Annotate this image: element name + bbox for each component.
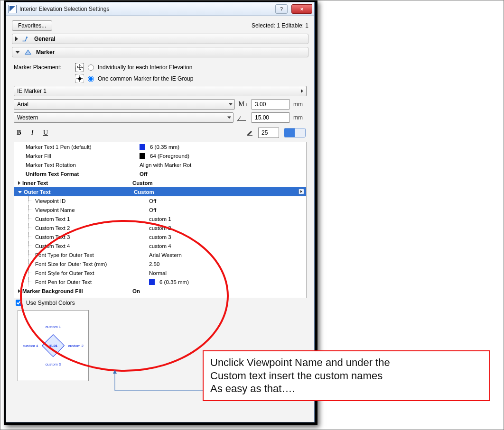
selection-status: Selected: 1 Editable: 1 — [252, 22, 308, 29]
tree-row-bg-fill[interactable]: Marker Background Fill On — [14, 286, 306, 295]
font-family-value: Arial — [17, 101, 28, 108]
chevron-down-icon — [229, 103, 233, 106]
bold-button[interactable]: B — [15, 129, 23, 137]
underline-button[interactable]: U — [41, 129, 50, 137]
tree-row-inner-text[interactable]: Inner Text Custom — [14, 178, 306, 187]
tree-row[interactable]: Viewpoint NameOff — [14, 205, 306, 214]
expand-icon — [18, 181, 20, 185]
row-details-button[interactable] — [299, 189, 304, 194]
tree-row[interactable]: Marker Fill 64 (Foreground) — [14, 151, 306, 160]
preview-label-right: custom 2 — [68, 344, 84, 348]
annotation-callout: Unclick Viewpoint Name and under the Cus… — [203, 350, 490, 401]
color-swatch — [140, 144, 145, 150]
tree-row[interactable]: Custom Text 3custom 3 — [14, 232, 306, 241]
use-symbol-colors-label: Use Symbol Colors — [26, 300, 75, 306]
preview-label-top: custom 1 — [46, 325, 61, 329]
marker-preview: IE-01 custom 1 custom 2 custom 3 custom … — [18, 310, 89, 381]
marker-type-value: IE Marker 1 — [17, 88, 47, 94]
help-button[interactable]: ? — [275, 4, 288, 14]
chevron-right-icon — [301, 89, 303, 93]
font-script-dropdown[interactable]: Western — [14, 112, 233, 123]
panel-marker-label: Marker — [36, 49, 55, 55]
unit-mm-2: mm — [293, 114, 307, 121]
tree-row-outer-text[interactable]: Outer Text Custom — [14, 187, 306, 196]
unit-mm-1: mm — [293, 101, 307, 108]
placement-individual-icon — [75, 63, 84, 72]
svg-rect-1 — [247, 135, 252, 136]
tree-label: Marker Fill — [26, 153, 140, 159]
tree-row[interactable]: Font Size for Outer Text (mm)2.50 — [14, 259, 306, 268]
tree-row[interactable]: Marker Text Rotation Align with Marker R… — [14, 160, 306, 169]
callout-line: Unclick Viewpoint Name and under the — [210, 356, 483, 369]
preview-label-bottom: custom 3 — [46, 362, 61, 366]
use-symbol-colors-checkbox[interactable]: Use Symbol Colors — [14, 298, 307, 307]
callout-line: Custom text insert the custom names — [210, 369, 483, 383]
marker-parameter-tree[interactable]: Marker Text 1 Pen (default) 6 (0.35 mm) … — [14, 142, 307, 298]
pen-color-toggle[interactable] — [284, 128, 306, 137]
tree-label: Outer Text — [24, 189, 134, 195]
tree-row[interactable]: Font Pen for Outer Text6 (0.35 mm) — [14, 277, 306, 286]
favorites-button[interactable]: Favorites... — [12, 20, 52, 31]
pen-icon — [246, 128, 253, 137]
window-title: Interior Elevation Selection Settings — [19, 6, 271, 12]
preview-label-left: custom 4 — [23, 344, 38, 348]
font-family-dropdown[interactable]: Arial — [14, 99, 235, 110]
close-button[interactable]: × — [291, 4, 312, 14]
tree-label: Marker Text Rotation — [26, 162, 140, 168]
collapse-icon — [15, 51, 20, 54]
tree-label: Marker Background Fill — [22, 288, 132, 294]
tree-row[interactable]: Font Style for Outer TextNormal — [14, 268, 306, 277]
document-canvas: Interior Elevation Selection Settings ? … — [0, 0, 504, 430]
panel-general-label: General — [34, 36, 56, 42]
expand-icon — [18, 289, 20, 293]
tree-row[interactable]: Font Type for Outer TextArial Western — [14, 250, 306, 259]
use-symbol-colors-input[interactable] — [16, 300, 22, 306]
panel-marker[interactable]: Marker — [12, 47, 308, 57]
marker-size-icon — [237, 114, 248, 121]
tree-label: Marker Text 1 Pen (default) — [26, 144, 140, 150]
placement-common-radio[interactable] — [88, 76, 94, 82]
pen-number-input[interactable] — [258, 128, 279, 138]
marker-type-dropdown[interactable]: IE Marker 1 — [14, 86, 307, 96]
svg-rect-0 — [78, 77, 82, 81]
font-script-value: Western — [17, 114, 38, 121]
marker-panel-body: Marker Placement: Individually for each … — [12, 60, 308, 383]
placement-individual-radio[interactable] — [88, 64, 94, 71]
tree-row[interactable]: Custom Text 1custom 1 — [14, 214, 306, 223]
marker-icon — [24, 49, 32, 55]
titlebar[interactable]: Interior Elevation Selection Settings ? … — [6, 2, 314, 16]
tree-row[interactable]: Custom Text 4custom 4 — [14, 241, 306, 250]
tree-row[interactable]: Uniform Text Format Off — [14, 169, 306, 178]
tree-row[interactable]: Marker Text 1 Pen (default) 6 (0.35 mm) — [14, 142, 306, 151]
app-icon — [8, 5, 17, 13]
chevron-down-icon — [227, 117, 231, 119]
color-swatch — [140, 153, 145, 159]
placement-label: Marker Placement: — [14, 63, 71, 71]
color-swatch — [149, 279, 155, 285]
tree-row[interactable]: Viewpoint IDOff — [14, 196, 306, 205]
marker-size-input[interactable] — [252, 112, 289, 123]
expand-icon — [15, 37, 18, 41]
placement-common-label: One common Marker for the IE Group — [98, 75, 193, 82]
collapse-icon — [18, 191, 22, 193]
placement-individual-label: Individually for each Interior Elevation — [98, 64, 192, 71]
panel-general[interactable]: General — [12, 34, 308, 44]
text-height-icon: M↕ — [239, 101, 248, 108]
callout-line: As easy as that…. — [210, 382, 483, 395]
general-icon — [22, 36, 30, 42]
tree-label: Uniform Text Format — [26, 171, 140, 177]
text-height-input[interactable] — [252, 99, 289, 110]
tree-row[interactable]: Custom Text 2custom 2 — [14, 223, 306, 232]
placement-common-icon — [75, 74, 84, 83]
preview-center-id: IE-01 — [48, 344, 57, 348]
italic-button[interactable]: I — [28, 129, 37, 137]
tree-label: Inner Text — [22, 180, 132, 186]
